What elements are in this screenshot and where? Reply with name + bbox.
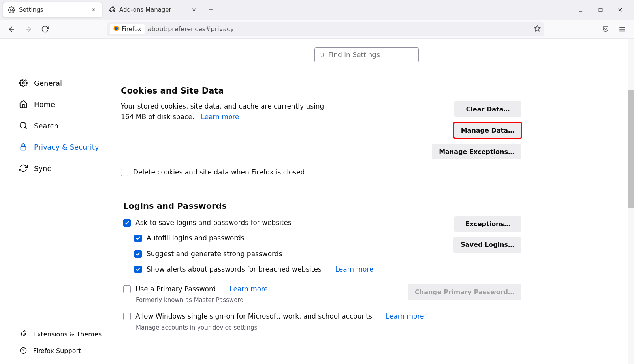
svg-point-0 [11,9,13,11]
checkbox-icon [123,313,131,320]
home-icon [19,100,28,109]
checkbox-label: Suggest and generate strong passwords [147,249,282,259]
search-icon [19,121,28,130]
checkbox-label: Use a Primary Password [135,284,216,295]
delete-cookies-checkbox[interactable]: Delete cookies and site data when Firefo… [121,167,521,178]
manage-exceptions-button[interactable]: Manage Exceptions… [432,144,521,159]
window-controls [576,6,631,14]
puzzle-icon [108,6,115,13]
learn-more-link[interactable]: Learn more [335,265,374,275]
tab-label: Add-ons Manager [119,6,171,13]
identity-label: Firefox [122,26,141,33]
close-icon[interactable] [190,6,198,13]
forward-button[interactable] [22,23,35,36]
cookies-description: Your stored cookies, site data, and cach… [121,101,334,122]
ask-save-logins-checkbox[interactable]: Ask to save logins and passwords for web… [123,218,453,228]
tab-strip: Settings Add-ons Manager [0,0,634,20]
vertical-scrollbar[interactable] [628,39,634,364]
sidebar-item-label: Extensions & Themes [33,330,102,338]
maximize-button[interactable] [596,6,605,14]
checkbox-icon [123,285,131,293]
sidebar-item-label: Home [34,100,55,109]
pocket-icon[interactable] [599,23,612,36]
svg-point-4 [22,82,24,84]
firefox-icon [113,25,119,33]
sidebar-item-search[interactable]: Search [19,119,119,132]
nav-toolbar: Firefox about:preferences#privacy [0,20,634,39]
settings-content: Find in Settings Cookies and Site Data Y… [119,39,537,364]
sidebar-footer: Extensions & Themes Firefox Support [19,328,102,356]
scrollbar-thumb[interactable] [628,90,634,208]
checkbox-label: Show alerts about passwords for breached… [147,265,322,275]
url-text: about:preferences#privacy [148,25,234,33]
lock-icon [19,143,28,151]
sync-icon [19,164,28,173]
change-primary-password-button[interactable]: Change Primary Password… [408,284,521,300]
autofill-checkbox[interactable]: Autofill logins and passwords [134,233,453,244]
sidebar-item-label: Firefox Support [33,347,81,355]
breach-alerts-checkbox[interactable]: Show alerts about passwords for breached… [134,265,453,275]
checkbox-label: Delete cookies and site data when Firefo… [133,167,305,178]
clear-data-button[interactable]: Clear Data… [454,101,521,117]
svg-point-8 [320,53,324,56]
suggest-passwords-checkbox[interactable]: Suggest and generate strong passwords [134,249,453,259]
gear-icon [8,6,15,13]
sidebar-item-general[interactable]: General [19,76,119,90]
primary-password-checkbox[interactable]: Use a Primary Password Learn more [123,284,408,295]
bookmark-star-icon[interactable] [534,25,541,34]
section-heading: Logins and Passwords [123,201,521,211]
tab-settings[interactable]: Settings [3,2,102,17]
sso-note: Manage accounts in your device settings [136,324,521,331]
minimize-button[interactable] [576,6,585,14]
checkbox-icon [134,235,142,242]
new-tab-button[interactable] [204,3,218,17]
sidebar-item-home[interactable]: Home [19,98,119,111]
checkbox-label: Ask to save logins and passwords for web… [135,218,292,228]
windows-sso-checkbox[interactable]: Allow Windows single sign-on for Microso… [123,311,521,322]
sidebar-item-label: Sync [34,164,51,173]
learn-more-link[interactable]: Learn more [386,311,424,322]
page: General Home Search Privacy & Security S… [0,39,634,364]
sidebar-item-sync[interactable]: Sync [19,161,119,175]
checkbox-icon [134,250,142,258]
logins-section: Logins and Passwords Ask to save logins … [123,201,521,331]
checkbox-label: Allow Windows single sign-on for Microso… [135,311,372,322]
sidebar-item-label: Privacy & Security [34,143,99,151]
svg-point-5 [20,122,26,128]
identity-pill[interactable]: Firefox [110,24,145,34]
checkbox-icon [123,219,131,227]
tab-label: Settings [19,6,43,13]
close-icon[interactable] [90,6,97,13]
section-heading: Cookies and Site Data [121,86,521,96]
cookies-section: Cookies and Site Data Your stored cookie… [121,86,521,178]
svg-rect-1 [599,8,602,12]
sidebar-item-label: General [34,79,62,87]
checkbox-icon [121,169,128,176]
manage-data-button[interactable]: Manage Data… [454,122,521,138]
back-button[interactable] [6,23,18,36]
checkbox-icon [134,266,142,273]
search-icon [319,52,325,58]
login-exceptions-button[interactable]: Exceptions… [454,216,521,232]
help-icon [19,346,28,355]
sidebar-item-label: Search [34,122,58,130]
url-bar[interactable]: Firefox about:preferences#privacy [107,22,544,36]
close-window-button[interactable] [616,6,625,14]
saved-logins-button[interactable]: Saved Logins… [453,237,521,253]
puzzle-icon [19,330,28,338]
search-placeholder: Find in Settings [328,51,380,59]
learn-more-link[interactable]: Learn more [230,284,268,295]
tab-addons[interactable]: Add-ons Manager [103,2,202,17]
learn-more-link[interactable]: Learn more [201,113,239,121]
settings-sidebar: General Home Search Privacy & Security S… [0,39,119,364]
settings-search-input[interactable]: Find in Settings [314,47,419,62]
primary-password-note: Formerly known as Master Password [136,296,408,304]
checkbox-label: Autofill logins and passwords [147,233,245,244]
gear-icon [19,79,28,87]
sidebar-item-privacy[interactable]: Privacy & Security [19,140,119,154]
app-menu-icon[interactable] [616,23,628,36]
sidebar-item-support[interactable]: Firefox Support [19,345,102,356]
sidebar-item-extensions[interactable]: Extensions & Themes [19,328,102,340]
svg-rect-6 [21,146,26,150]
reload-button[interactable] [39,23,51,36]
